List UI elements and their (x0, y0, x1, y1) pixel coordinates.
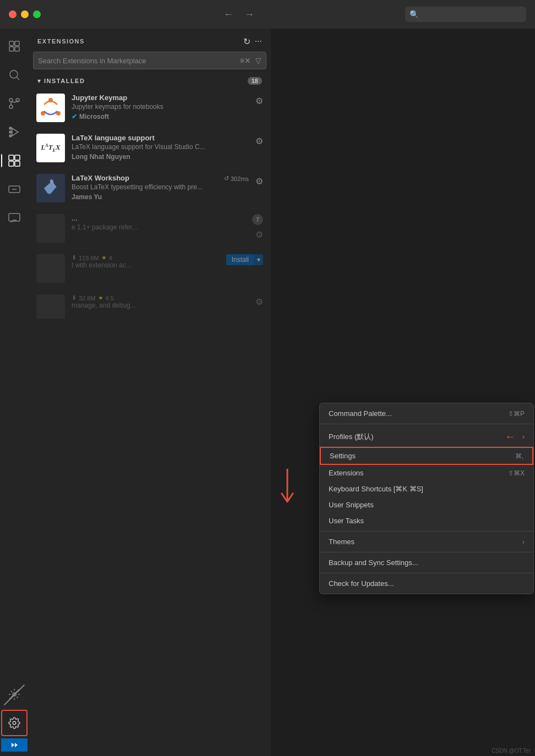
svg-marker-9 (12, 128, 18, 136)
menu-label-backup-sync: Backup and Sync Settings... (329, 558, 418, 567)
menu-item-user-tasks[interactable]: User Tasks (320, 513, 533, 529)
forward-arrow[interactable]: → (244, 9, 254, 20)
ext-item-jupyter-keymap[interactable]: Jupyter Keymap Jupyter keymaps for noteb… (29, 88, 271, 128)
sidebar-item-explorer[interactable] (1, 33, 28, 59)
jupyter-logo (39, 96, 63, 120)
installed-section-title: INSTALLED (44, 78, 248, 84)
close-button[interactable] (9, 10, 17, 18)
separator-4 (320, 573, 533, 573)
menu-item-command-palette[interactable]: Command Palette... ⇧⌘P (320, 406, 533, 421)
remote-indicator-icon (10, 741, 19, 749)
ext-publisher-latex-workshop: James Yu (72, 193, 249, 201)
source-control-icon (8, 97, 21, 110)
partial-badge-1: 7 (252, 214, 263, 225)
menu-item-settings[interactable]: Settings ⌘, (320, 447, 533, 465)
activity-bar-bottom (0, 681, 29, 756)
sidebar-item-chat[interactable] (1, 205, 28, 231)
panel-actions: ↻ ··· (243, 36, 262, 47)
jupyter-settings-icon[interactable]: ⚙ (255, 96, 263, 106)
svg-point-11 (9, 131, 12, 133)
ext-item-partial-3[interactable]: ⬇32.8M ★4.5 manage, and debug... ⚙ (29, 289, 271, 319)
menu-label-keyboard-shortcuts: Keyboard Shortcuts [⌘K ⌘S] (329, 485, 423, 493)
ext-item-partial-2[interactable]: ⬇119.6M ★4 t with extension ac... Instal… (29, 249, 271, 289)
menu-label-check-updates: Check for Updates... (329, 579, 394, 588)
menu-label-user-snippets: User Snippets (329, 501, 374, 509)
panel-header: EXTENSIONS ↻ ··· (29, 29, 271, 52)
partial-icon-1 (36, 214, 65, 243)
maximize-button[interactable] (33, 10, 41, 18)
install-dropdown-button[interactable]: ▾ (254, 254, 263, 265)
svg-point-10 (9, 127, 12, 129)
remote-indicator[interactable] (1, 738, 28, 752)
svg-point-12 (9, 135, 12, 137)
svg-rect-14 (15, 155, 20, 160)
sidebar-item-no-remote[interactable] (1, 681, 28, 708)
titlebar-search[interactable]: 🔍 (405, 7, 526, 22)
menu-item-check-updates[interactable]: Check for Updates... (320, 576, 533, 591)
sidebar-item-settings[interactable] (1, 710, 28, 736)
right-content: Command Palette... ⇧⌘P Profiles (默认) ← ›… (271, 29, 535, 756)
svg-rect-15 (9, 161, 14, 166)
ext-item-partial-1[interactable]: ... e 1.1+ package refer... 7 ⚙ (29, 209, 271, 249)
sidebar-item-run-debug[interactable] (1, 119, 28, 145)
no-remote-icon (8, 688, 21, 701)
ext-name-latex-lang: LaTeX language support (72, 134, 249, 142)
minimize-button[interactable] (21, 10, 29, 18)
install-button[interactable]: Install (226, 254, 254, 265)
menu-item-keyboard-shortcuts[interactable]: Keyboard Shortcuts [⌘K ⌘S] (320, 481, 533, 497)
partial-icon-2 (36, 254, 65, 283)
svg-line-5 (17, 78, 20, 80)
ext-desc-latex-workshop: Boost LaTeX typesetting efficiency with … (72, 183, 249, 191)
menu-item-profiles[interactable]: Profiles (默认) ← › (320, 426, 533, 447)
partial-settings-icon-3[interactable]: ⚙ (255, 297, 263, 307)
menu-item-user-snippets[interactable]: User Snippets (320, 497, 533, 513)
ext-info-latex-workshop: LaTeX Workshop ↺ 302ms Boost LaTeX types… (72, 174, 249, 201)
more-actions-button[interactable]: ··· (255, 36, 262, 47)
down-arrow-annotation (276, 469, 298, 513)
menu-label-profiles: Profiles (默认) (329, 432, 374, 442)
latex-lang-settings-icon[interactable]: ⚙ (255, 136, 263, 146)
sidebar-item-search[interactable] (1, 62, 28, 88)
filter-icon[interactable]: ▽ (255, 56, 261, 65)
ext-right-partial-1: 7 ⚙ (252, 214, 263, 240)
latex-workshop-settings-icon[interactable]: ⚙ (255, 176, 263, 187)
search-box[interactable]: Search Extensions in Marketplace ≡✕ ▽ (33, 52, 266, 69)
menu-arrow-themes: › (522, 538, 525, 546)
titlebar-nav: ← → (223, 9, 254, 20)
ext-desc-latex-lang: LaTeX language support for Visual Studio… (72, 143, 249, 151)
partial-icon-3 (36, 294, 65, 319)
sidebar-item-extensions[interactable] (1, 147, 28, 174)
ext-desc-partial-1: e 1.1+ package refer... (72, 223, 245, 231)
explorer-icon (8, 40, 21, 53)
watermark: CSDN @OT.Ter (492, 748, 531, 754)
ext-stats-3: ⬇32.8M ★4.5 (72, 294, 114, 302)
ext-desc-partial-3: manage, and debug... (72, 302, 249, 309)
latex-workshop-logo (40, 177, 62, 199)
menu-item-extensions[interactable]: Extensions ⇧⌘X (320, 465, 533, 481)
refresh-button[interactable]: ↻ (243, 36, 250, 47)
menu-item-themes[interactable]: Themes › (320, 534, 533, 550)
ext-right-partial-3: ⚙ (255, 294, 263, 307)
back-arrow[interactable]: ← (223, 9, 233, 20)
ext-item-latex-workshop[interactable]: LaTeX Workshop ↺ 302ms Boost LaTeX types… (29, 168, 271, 209)
menu-shortcut-extensions: ⇧⌘X (508, 469, 525, 477)
clear-search-icon[interactable]: ≡✕ (240, 56, 251, 65)
main-layout: EXTENSIONS ↻ ··· Search Extensions in Ma… (0, 29, 535, 756)
svg-rect-1 (15, 41, 19, 46)
sidebar-item-remote[interactable] (1, 176, 28, 202)
menu-item-backup-sync[interactable]: Backup and Sync Settings... (320, 555, 533, 571)
ext-desc-partial-2: t with extension ac... (72, 261, 220, 269)
section-chevron-icon: ▾ (37, 77, 41, 85)
installed-section-header[interactable]: ▾ INSTALLED 18 (29, 74, 271, 88)
menu-label-extensions: Extensions (329, 469, 364, 477)
svg-point-4 (10, 70, 18, 78)
ext-right-latex-workshop: ⚙ (255, 174, 263, 187)
partial-settings-icon-1[interactable]: ⚙ (255, 229, 263, 240)
extensions-icon (8, 154, 21, 167)
svg-rect-2 (9, 47, 14, 51)
ext-info-partial-1: ... e 1.1+ package refer... (72, 214, 245, 233)
red-arrow-annotation: ← (505, 430, 516, 443)
sidebar-item-source-control[interactable] (1, 90, 28, 117)
ext-item-latex-lang[interactable]: LATEX LaTeX language support LaTeX langu… (29, 128, 271, 168)
ext-timer-latex-workshop: ↺ 302ms (224, 175, 249, 182)
